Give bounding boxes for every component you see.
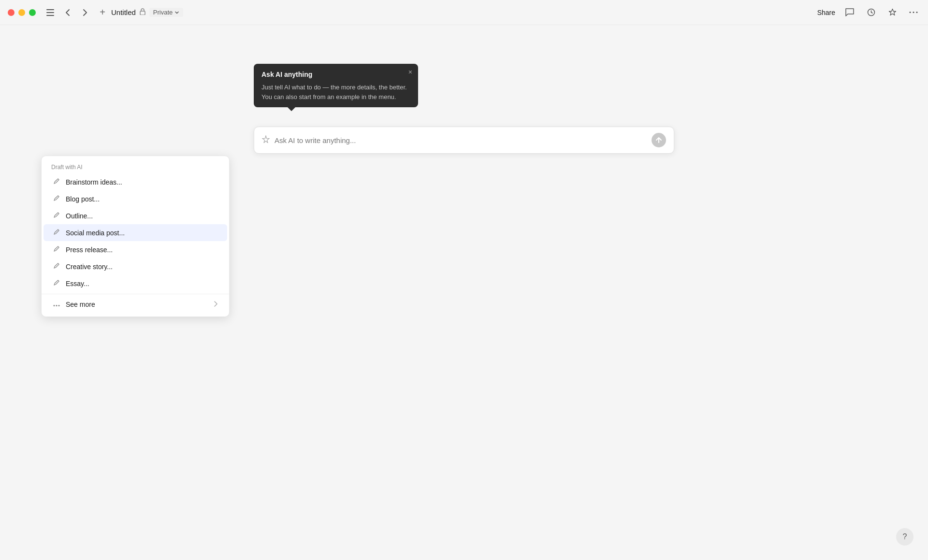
history-icon[interactable] [864,6,878,19]
draft-essay-item[interactable]: Essay... [44,275,227,292]
svg-rect-2 [46,15,54,16]
ai-submit-button[interactable] [652,133,666,147]
maximize-button[interactable] [29,9,36,16]
creative-story-label: Creative story... [66,263,218,271]
svg-point-9 [56,305,58,306]
dropdown-section-label: Draft with AI [42,160,229,173]
add-page-button[interactable]: + [96,6,109,19]
ai-input-container: Ask AI anything Just tell AI what to do … [254,127,674,154]
see-more-label: See more [66,301,208,308]
pen-icon-brainstorm [53,178,60,186]
sparkle-icon [262,135,270,145]
draft-brainstorm-item[interactable]: Brainstorm ideas... [44,173,227,190]
svg-rect-1 [46,12,54,13]
close-button[interactable] [8,9,14,16]
brainstorm-label: Brainstorm ideas... [66,178,218,186]
see-more-item[interactable]: See more [44,296,227,313]
ai-input-bar: Draft with AI Brainstorm ideas... [254,127,674,154]
titlebar-actions: Share [817,6,920,19]
draft-blog-post-item[interactable]: Blog post... [44,190,227,207]
dropdown-divider [42,294,229,294]
ai-dropdown: Draft with AI Brainstorm ideas... [41,156,230,317]
privacy-label: Private [153,9,173,16]
lock-icon [140,8,145,16]
ai-input-field[interactable] [275,136,647,144]
tooltip-arrow [288,107,295,111]
page-title: Untitled [111,8,136,16]
svg-point-10 [58,305,60,306]
menu-icon[interactable] [44,6,57,19]
blog-post-label: Blog post... [66,195,218,203]
chevron-right-icon [214,301,218,308]
nav-buttons [44,6,92,19]
help-button[interactable]: ? [896,528,914,546]
draft-press-release-item[interactable]: Press release... [44,241,227,258]
essay-label: Essay... [66,280,218,287]
draft-social-media-item[interactable]: Social media post... [44,224,227,241]
svg-point-8 [54,305,55,306]
privacy-badge[interactable]: Private [149,8,183,17]
more-dots-icon [53,301,60,308]
press-release-label: Press release... [66,246,218,254]
svg-point-7 [916,12,918,13]
svg-point-5 [910,12,911,13]
minimize-button[interactable] [18,9,25,16]
pen-icon-social [53,229,60,237]
pen-icon-creative [53,262,60,271]
chat-icon[interactable] [843,6,856,19]
tooltip-close-button[interactable]: × [408,69,412,75]
svg-point-6 [913,12,914,13]
outline-label: Outline... [66,212,218,220]
titlebar: + Untitled Private Share [0,0,928,25]
social-media-label: Social media post... [66,229,218,237]
pen-icon-press [53,245,60,254]
pen-icon-blog [53,195,60,203]
tooltip-title: Ask AI anything [261,70,410,80]
page-title-area: Untitled Private [111,8,817,17]
pen-icon-outline [53,212,60,220]
svg-rect-0 [46,9,54,10]
forward-icon[interactable] [78,6,92,19]
share-button[interactable]: Share [817,9,835,16]
ai-tooltip: Ask AI anything Just tell AI what to do … [254,64,418,107]
draft-creative-story-item[interactable]: Creative story... [44,258,227,275]
svg-rect-3 [140,11,145,15]
more-icon[interactable] [907,6,920,19]
traffic-lights [8,9,36,16]
tooltip-body: Just tell AI what to do — the more detai… [261,83,410,101]
star-icon[interactable] [885,6,899,19]
main-content: Ask AI anything Just tell AI what to do … [0,25,928,560]
back-icon[interactable] [61,6,74,19]
pen-icon-essay [53,279,60,287]
draft-outline-item[interactable]: Outline... [44,207,227,224]
